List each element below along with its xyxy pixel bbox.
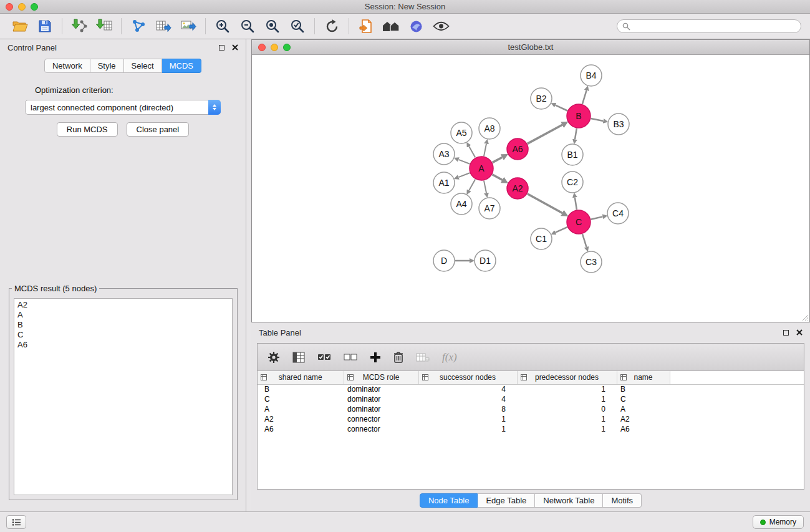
network-canvas[interactable]: B4B2BB3B1A5A8A6A3AA1A2C2A4A7C4CC1C3DD1 bbox=[252, 55, 809, 322]
table-cell[interactable]: connector bbox=[344, 414, 418, 424]
tab-node-table[interactable]: Node Table bbox=[420, 493, 478, 508]
show-hide-graphics-button[interactable] bbox=[428, 16, 453, 36]
open-network-file-button[interactable] bbox=[354, 16, 378, 36]
table-cell[interactable]: 1 bbox=[517, 394, 617, 404]
zoom-window-button[interactable] bbox=[31, 3, 38, 11]
delete-table-button[interactable] bbox=[416, 352, 430, 362]
graph-edge-B-B3[interactable] bbox=[591, 118, 604, 121]
table-cell[interactable]: 1 bbox=[517, 414, 617, 424]
show-columns-button[interactable] bbox=[292, 352, 305, 363]
graph-edge-A-A2[interactable] bbox=[493, 175, 503, 180]
graph-edge-A-A6[interactable] bbox=[493, 157, 503, 162]
table-row[interactable]: A2connector11A2 bbox=[258, 414, 804, 424]
mcds-result-list[interactable]: A2ABCA6 bbox=[14, 298, 233, 495]
graph-edge-A-A5[interactable] bbox=[469, 147, 475, 158]
graph-edge-B-B2[interactable] bbox=[556, 105, 567, 111]
graph-edge-A-A7[interactable] bbox=[484, 181, 486, 193]
table-cell[interactable]: C bbox=[258, 394, 344, 404]
search-input[interactable] bbox=[634, 22, 796, 31]
table-row[interactable]: Cdominator41C bbox=[258, 394, 804, 404]
graph-edge-A-A1[interactable] bbox=[458, 173, 470, 177]
import-network-button[interactable] bbox=[67, 16, 92, 36]
delete-column-button[interactable] bbox=[393, 351, 403, 364]
table-cell[interactable]: 1 bbox=[517, 384, 617, 394]
graph-edge-C-C1[interactable] bbox=[556, 227, 567, 233]
apply-style-button[interactable] bbox=[403, 16, 428, 36]
table-cell[interactable]: A6 bbox=[617, 424, 670, 434]
tab-edge-table[interactable]: Edge Table bbox=[478, 493, 535, 508]
minimize-network-window-button[interactable] bbox=[271, 44, 278, 51]
column-header-successor-nodes[interactable]: successor nodes bbox=[418, 371, 517, 384]
column-header-shared-name[interactable]: shared name bbox=[258, 371, 344, 384]
network-window-titlebar[interactable]: testGlobe.txt bbox=[252, 40, 809, 55]
table-cell[interactable]: C bbox=[617, 394, 670, 404]
graph-edge-B-B1[interactable] bbox=[575, 128, 577, 140]
table-cell[interactable]: 4 bbox=[418, 394, 517, 404]
optimization-criterion-dropdown[interactable]: largest connected component (directed) bbox=[25, 100, 221, 115]
float-table-panel-icon[interactable] bbox=[783, 330, 789, 336]
add-column-button[interactable] bbox=[370, 352, 381, 363]
memory-button[interactable]: Memory bbox=[753, 515, 804, 529]
table-cell[interactable]: 0 bbox=[517, 404, 617, 414]
zoom-selected-button[interactable] bbox=[285, 16, 310, 36]
export-image-button[interactable] bbox=[176, 16, 201, 36]
close-table-panel-icon[interactable] bbox=[796, 329, 803, 336]
table-cell[interactable]: A2 bbox=[617, 414, 670, 424]
export-table-button[interactable] bbox=[151, 16, 176, 36]
save-session-button[interactable] bbox=[32, 16, 57, 36]
table-cell[interactable]: 1 bbox=[418, 414, 517, 424]
node-table[interactable]: shared nameMCDS rolesuccessor nodesprede… bbox=[258, 371, 804, 489]
zoom-fit-button[interactable] bbox=[260, 16, 285, 36]
graph-edge-C-C4[interactable] bbox=[591, 216, 603, 219]
close-panel-button[interactable]: Close panel bbox=[127, 122, 190, 137]
table-cell[interactable]: B bbox=[617, 384, 670, 394]
close-window-button[interactable] bbox=[6, 3, 13, 11]
run-mcds-button[interactable]: Run MCDS bbox=[57, 122, 118, 137]
tab-select[interactable]: Select bbox=[124, 59, 162, 73]
function-builder-button[interactable]: f(x) bbox=[442, 351, 457, 364]
graph-edge-A-A3[interactable] bbox=[458, 160, 470, 164]
new-network-button[interactable] bbox=[126, 16, 151, 36]
tab-network-table[interactable]: Network Table bbox=[535, 493, 603, 508]
table-cell[interactable]: B bbox=[258, 384, 344, 394]
tab-motifs[interactable]: Motifs bbox=[603, 493, 642, 508]
table-cell[interactable]: dominator bbox=[344, 394, 418, 404]
mcds-result-item[interactable]: A bbox=[17, 310, 229, 320]
home-button[interactable] bbox=[378, 16, 403, 36]
close-network-window-button[interactable] bbox=[258, 44, 266, 51]
tab-mcds[interactable]: MCDS bbox=[162, 59, 201, 73]
table-cell[interactable]: 8 bbox=[418, 404, 517, 414]
graph-edge-A2-C[interactable] bbox=[528, 194, 562, 213]
task-history-button[interactable] bbox=[6, 515, 26, 529]
table-cell[interactable]: A6 bbox=[258, 424, 344, 434]
table-cell[interactable]: A bbox=[258, 404, 344, 414]
import-table-button[interactable] bbox=[92, 16, 117, 36]
column-header-predecessor-nodes[interactable]: predecessor nodes bbox=[517, 371, 617, 384]
graph-edge-A-A8[interactable] bbox=[484, 144, 486, 157]
zoom-in-button[interactable] bbox=[210, 16, 235, 36]
graph-edge-B-B4[interactable] bbox=[582, 90, 587, 104]
mcds-result-item[interactable]: A2 bbox=[17, 300, 229, 310]
table-row[interactable]: Adominator80A bbox=[258, 404, 804, 414]
mcds-result-item[interactable]: C bbox=[17, 330, 229, 340]
mcds-result-item[interactable]: A6 bbox=[17, 340, 229, 350]
table-cell[interactable]: A2 bbox=[258, 414, 344, 424]
graph-edge-A6-B[interactable] bbox=[528, 125, 562, 143]
graph-edge-C-C2[interactable] bbox=[575, 198, 577, 210]
zoom-out-button[interactable] bbox=[235, 16, 260, 36]
table-row[interactable]: Bdominator41B bbox=[258, 384, 804, 394]
table-settings-button[interactable] bbox=[268, 351, 280, 364]
table-row[interactable]: A6connector11A6 bbox=[258, 424, 804, 434]
select-all-button[interactable] bbox=[317, 353, 331, 362]
float-panel-icon[interactable] bbox=[219, 45, 224, 51]
table-cell[interactable]: dominator bbox=[344, 404, 418, 414]
column-header-MCDS-role[interactable]: MCDS role bbox=[344, 371, 418, 384]
table-cell[interactable]: A bbox=[617, 404, 670, 414]
table-cell[interactable]: 1 bbox=[517, 424, 617, 434]
minimize-window-button[interactable] bbox=[18, 3, 26, 11]
column-header-name[interactable]: name bbox=[617, 371, 670, 384]
network-graph[interactable]: B4B2BB3B1A5A8A6A3AA1A2C2A4A7C4CC1C3DD1 bbox=[252, 55, 809, 322]
table-cell[interactable]: dominator bbox=[344, 384, 418, 394]
mcds-result-item[interactable]: B bbox=[17, 320, 229, 330]
tab-style[interactable]: Style bbox=[90, 59, 124, 73]
